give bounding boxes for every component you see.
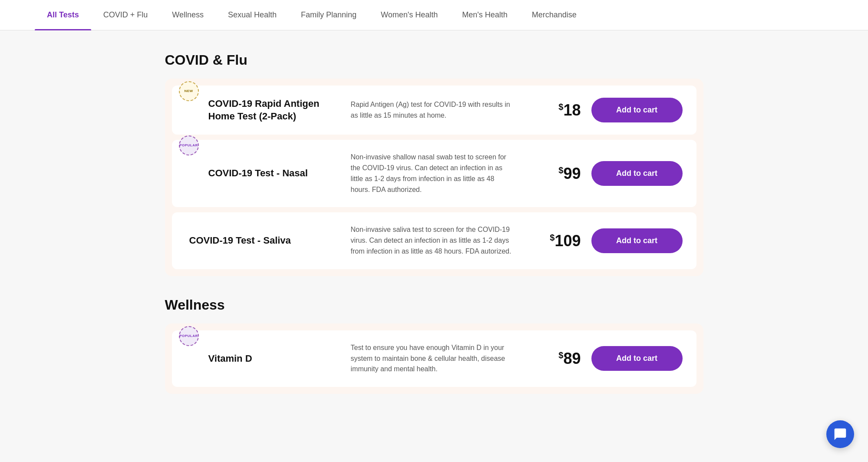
nav-bar: All TestsCOVID + FluWellnessSexual Healt… [0, 0, 868, 30]
badge-wrap-vitamin-d: POPULAR [179, 326, 200, 347]
badge-covid-nasal: POPULAR [179, 135, 199, 155]
product-name-vitamin-d: Vitamin D [208, 353, 333, 365]
badge-wrap-covid-nasal: POPULAR [179, 135, 200, 156]
nav-item-merchandise[interactable]: Merchandise [520, 0, 589, 30]
main-content: COVID & FluNEWCOVID-19 Rapid Antigen Hom… [130, 30, 738, 436]
nav-item-family-planning[interactable]: Family Planning [289, 0, 369, 30]
product-price-covid-rapid-antigen: $18 [529, 101, 581, 119]
section-title-wellness: Wellness [165, 297, 703, 313]
add-to-cart-button-covid-saliva[interactable]: Add to cart [591, 228, 683, 253]
product-card-vitamin-d: POPULARVitamin DTest to ensure you have … [172, 330, 696, 387]
product-price-covid-nasal: $99 [529, 165, 581, 183]
nav-item-womens-health[interactable]: Women's Health [369, 0, 450, 30]
product-name-covid-nasal: COVID-19 Test - Nasal [208, 167, 333, 180]
product-name-covid-saliva: COVID-19 Test - Saliva [189, 234, 333, 247]
badge-covid-rapid-antigen: NEW [179, 81, 199, 101]
chat-button[interactable] [826, 420, 854, 448]
chat-icon [833, 427, 847, 441]
product-desc-covid-nasal: Non-invasive shallow nasal swab test to … [333, 152, 529, 195]
product-desc-vitamin-d: Test to ensure you have enough Vitamin D… [333, 343, 529, 375]
badge-wrap-covid-rapid-antigen: NEW [179, 81, 200, 102]
nav-item-sexual-health[interactable]: Sexual Health [216, 0, 289, 30]
product-desc-covid-saliva: Non-invasive saliva test to screen for t… [333, 224, 529, 257]
product-card-covid-saliva: COVID-19 Test - SalivaNon-invasive saliv… [172, 212, 696, 269]
badge-vitamin-d: POPULAR [179, 326, 199, 346]
product-info-covid-saliva: COVID-19 Test - Saliva [186, 234, 333, 247]
nav-item-wellness[interactable]: Wellness [160, 0, 216, 30]
nav-item-all-tests[interactable]: All Tests [35, 0, 91, 30]
product-info-covid-nasal: COVID-19 Test - Nasal [186, 167, 333, 180]
product-desc-covid-rapid-antigen: Rapid Antigen (Ag) test for COVID-19 wit… [333, 99, 529, 121]
product-name-covid-rapid-antigen: COVID-19 Rapid Antigen Home Test (2-Pack… [208, 98, 333, 122]
add-to-cart-button-covid-rapid-antigen[interactable]: Add to cart [591, 98, 683, 122]
product-price-covid-saliva: $109 [529, 232, 581, 250]
product-info-vitamin-d: Vitamin D [186, 353, 333, 365]
product-card-covid-rapid-antigen: NEWCOVID-19 Rapid Antigen Home Test (2-P… [172, 86, 696, 135]
product-price-vitamin-d: $89 [529, 350, 581, 368]
section-container-wellness: POPULARVitamin DTest to ensure you have … [165, 323, 703, 394]
product-card-covid-nasal: POPULARCOVID-19 Test - NasalNon-invasive… [172, 140, 696, 207]
add-to-cart-button-vitamin-d[interactable]: Add to cart [591, 346, 683, 371]
section-title-covid-flu: COVID & Flu [165, 52, 703, 68]
add-to-cart-button-covid-nasal[interactable]: Add to cart [591, 161, 683, 186]
product-info-covid-rapid-antigen: COVID-19 Rapid Antigen Home Test (2-Pack… [186, 98, 333, 122]
nav-item-mens-health[interactable]: Men's Health [450, 0, 519, 30]
section-container-covid-flu: NEWCOVID-19 Rapid Antigen Home Test (2-P… [165, 79, 703, 276]
nav-item-covid-flu[interactable]: COVID + Flu [91, 0, 160, 30]
